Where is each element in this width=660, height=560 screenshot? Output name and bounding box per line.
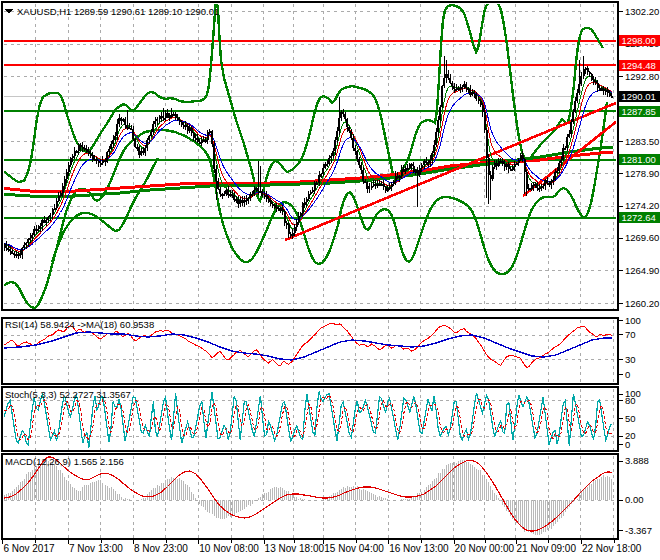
svg-text:-3.367: -3.367 (625, 525, 652, 536)
svg-text:1298.00: 1298.00 (622, 35, 656, 46)
svg-text:1287.85: 1287.85 (622, 106, 656, 117)
svg-text:8 Nov 23:00: 8 Nov 23:00 (134, 543, 188, 554)
svg-text:50: 50 (625, 413, 636, 424)
svg-text:1272.64: 1272.64 (622, 212, 656, 223)
svg-text:7 Nov 13:00: 7 Nov 13:00 (69, 543, 123, 554)
svg-text:XAUUSD,H1 1289.59 1290.61 128: XAUUSD,H1 1289.59 1290.61 1289.10 1290.0… (17, 6, 219, 17)
svg-text:1264.90: 1264.90 (625, 265, 659, 276)
svg-text:20 Nov 00:00: 20 Nov 00:00 (455, 543, 515, 554)
svg-text:Stoch(5,3,3) 52.2727 31.3567: Stoch(5,3,3) 52.2727 31.3567 (5, 389, 131, 400)
svg-text:15 Nov 04:00: 15 Nov 04:00 (324, 543, 384, 554)
svg-text:RSI(14) 58.9424 ->MA(18) 60.9: RSI(14) 58.9424 ->MA(18) 60.9538 (5, 319, 154, 330)
svg-text:70: 70 (625, 329, 636, 340)
svg-text:0: 0 (625, 439, 630, 450)
svg-text:30: 30 (625, 354, 636, 365)
svg-text:3.888: 3.888 (625, 455, 649, 466)
svg-text:1294.48: 1294.48 (622, 60, 656, 71)
svg-text:80: 80 (625, 395, 636, 406)
svg-text:13 Nov 18:00: 13 Nov 18:00 (265, 543, 325, 554)
svg-text:1281.00: 1281.00 (622, 154, 656, 165)
svg-text:0: 0 (625, 369, 630, 380)
svg-text:1278.90: 1278.90 (625, 168, 659, 179)
svg-text:MACD(12,26,9) 1.565 2.156: MACD(12,26,9) 1.565 2.156 (5, 456, 124, 467)
svg-text:21 Nov 09:00: 21 Nov 09:00 (517, 543, 577, 554)
svg-text:22 Nov 18:00: 22 Nov 18:00 (582, 543, 642, 554)
svg-text:10 Nov 08:00: 10 Nov 08:00 (199, 543, 259, 554)
svg-text:100: 100 (625, 315, 641, 326)
svg-text:1269.60: 1269.60 (625, 232, 659, 243)
svg-text:16 Nov 13:00: 16 Nov 13:00 (389, 543, 449, 554)
svg-text:0.00: 0.00 (625, 494, 644, 505)
svg-text:1302.20: 1302.20 (625, 6, 659, 17)
svg-text:1283.50: 1283.50 (625, 136, 659, 147)
svg-text:1274.20: 1274.20 (625, 200, 659, 211)
svg-text:1290.01: 1290.01 (622, 91, 656, 102)
svg-text:6 Nov 2017: 6 Nov 2017 (3, 543, 55, 554)
svg-text:1260.20: 1260.20 (625, 298, 659, 309)
svg-text:1292.80: 1292.80 (625, 71, 659, 82)
